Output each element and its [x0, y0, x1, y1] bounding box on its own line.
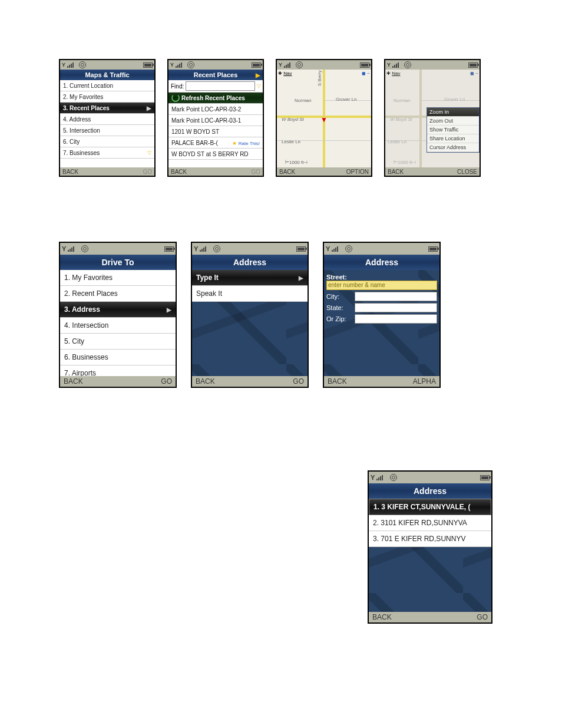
results-list: 1. 3 KIFER CT,SUNNYVALE, ( 2. 3101 KIFER…: [369, 499, 491, 612]
softkey-go[interactable]: GO: [143, 169, 152, 175]
menu-item-my-favorites[interactable]: 1. My Favorites: [60, 270, 176, 286]
status-bar: Y: [168, 60, 263, 70]
ctx-zoom-out[interactable]: Zoom Out: [427, 117, 479, 126]
battery-icon: [360, 62, 369, 68]
gear-icon: [390, 474, 397, 481]
softkey-back[interactable]: BACK: [171, 169, 187, 175]
rate-this-link[interactable]: Rate This!: [239, 141, 260, 146]
state-input[interactable]: [355, 303, 437, 312]
status-bar: Y: [60, 60, 154, 70]
softkey-back[interactable]: BACK: [388, 169, 404, 175]
softkey-bar: BACK ALPHA: [324, 376, 439, 387]
result-item[interactable]: 3. 701 E KIFER RD,SUNNYV: [369, 531, 491, 547]
phone-map-view: Y ✚ Nav ◼ − Norman Grover Ln S Berry Rd …: [276, 59, 372, 177]
softkey-back[interactable]: BACK: [196, 377, 215, 386]
map-label-boyd: W Boyd St: [282, 117, 304, 122]
softkey-alpha[interactable]: ALPHA: [413, 377, 436, 386]
status-bar: Y: [369, 472, 491, 483]
map-label-boyd: W Boyd St: [390, 117, 412, 122]
softkey-bar: BACK OPTION: [277, 167, 371, 176]
battery-icon: [296, 246, 306, 252]
screen-title: Maps & Traffic: [60, 70, 154, 80]
nav-mode-label[interactable]: ✚ Nav: [278, 71, 292, 78]
menu-item-intersection[interactable]: 4. Intersection: [60, 318, 176, 334]
softkey-back[interactable]: BACK: [279, 169, 295, 175]
city-label: City:: [326, 293, 352, 300]
menu-item-airports[interactable]: 7. Airports: [60, 365, 176, 376]
softkey-bar: BACK GO: [60, 167, 154, 176]
map-canvas[interactable]: ✚ Nav ◼ − Norman Grover Ln S Berry Rd W …: [277, 70, 371, 167]
menu-item-recent-places[interactable]: 2. Recent Places: [60, 286, 176, 302]
ctx-zoom-in[interactable]: Zoom In: [427, 108, 479, 117]
city-input[interactable]: [355, 292, 437, 301]
find-input[interactable]: [186, 81, 255, 91]
street-input[interactable]: enter number & name: [326, 281, 437, 290]
recent-item[interactable]: W BOYD ST at S BERRY RD: [168, 149, 263, 160]
map-canvas[interactable]: ✚ Nav ◼ − Norman Grover Ln W Boyd St Les…: [385, 70, 480, 167]
street-label: Street:: [326, 274, 437, 281]
more-below-icon: ▽: [147, 150, 151, 156]
battery-icon: [428, 246, 438, 252]
menu-item-speak-it[interactable]: Speak It: [192, 286, 308, 302]
screen-title: Drive To: [60, 255, 176, 270]
battery-icon: [164, 246, 174, 252]
menu-item-my-favorites[interactable]: 2. My Favorites: [60, 91, 154, 103]
result-item[interactable]: 2. 3101 KIFER RD,SUNNYVA: [369, 515, 491, 531]
chevron-right-icon: ▶: [299, 275, 303, 281]
softkey-bar: BACK GO: [369, 612, 491, 622]
phone-map-context: Y ✚ Nav ◼ − Norman Grover Ln W Boyd St L…: [384, 59, 481, 177]
screen-title: Address: [192, 255, 308, 270]
result-item[interactable]: 1. 3 KIFER CT,SUNNYVALE, (: [369, 499, 491, 515]
zoom-controls[interactable]: ◼ −: [470, 71, 478, 78]
softkey-option[interactable]: OPTION: [346, 169, 369, 175]
menu-item-city[interactable]: 6. City: [60, 136, 154, 147]
softkey-close[interactable]: CLOSE: [457, 169, 477, 175]
softkey-go[interactable]: GO: [251, 169, 260, 175]
zip-input[interactable]: [355, 314, 437, 324]
gear-icon: [213, 245, 220, 252]
state-label: State:: [326, 304, 352, 311]
phone-address-results: Y Address 1. 3 KIFER CT,SUNNYVALE, ( 2. …: [368, 470, 492, 624]
refresh-recent-places[interactable]: Refresh Recent Places: [168, 93, 263, 104]
map-label-grover: Grover Ln: [336, 97, 357, 102]
recent-item-palace[interactable]: PALACE BAR-B-(★ Rate This!: [168, 137, 263, 149]
zoom-controls[interactable]: ◼ −: [362, 71, 370, 78]
softkey-back[interactable]: BACK: [62, 169, 78, 175]
softkey-go[interactable]: GO: [477, 613, 488, 621]
ctx-share-location[interactable]: Share Location: [427, 134, 479, 143]
menu-item-address[interactable]: 4. Address: [60, 114, 154, 125]
menu-list: 1. My Favorites 2. Recent Places 3. Addr…: [60, 270, 176, 376]
softkey-bar: BACK CLOSE: [385, 167, 480, 176]
menu-item-recent-places[interactable]: 3. Recent Places▶: [60, 103, 154, 114]
status-bar: Y: [192, 243, 308, 255]
menu-item-city[interactable]: 5. City: [60, 334, 176, 350]
softkey-go[interactable]: GO: [293, 377, 304, 386]
recent-item[interactable]: Mark Point LOC-APR-03-1: [168, 115, 263, 126]
map-scale: ⊢1000 ft⊣: [394, 160, 416, 165]
map-pin-icon: [320, 116, 326, 124]
status-bar: Y: [277, 60, 371, 70]
softkey-back[interactable]: BACK: [328, 377, 347, 386]
menu-item-current-location[interactable]: 1. Current Location: [60, 80, 154, 91]
map-label-norman: Norman: [295, 98, 311, 103]
nav-mode-label[interactable]: ✚ Nav: [386, 71, 400, 78]
chevron-right-icon: ▶: [167, 307, 171, 313]
zip-label: Or Zip:: [326, 315, 352, 322]
phone-address-form: Y Address Street: enter number & name Ci…: [323, 242, 441, 388]
map-label-berry: S Berry Rd: [317, 70, 322, 86]
recent-item[interactable]: 1201 W BOYD ST: [168, 126, 263, 137]
menu-item-address[interactable]: 3. Address▶: [60, 302, 176, 318]
softkey-back[interactable]: BACK: [372, 613, 392, 621]
recent-item[interactable]: Mark Point LOC-APR-03-2: [168, 104, 263, 115]
ctx-show-traffic[interactable]: Show Traffic: [427, 126, 479, 134]
softkey-go[interactable]: GO: [161, 377, 172, 386]
ctx-cursor-address[interactable]: Cursor Address: [427, 143, 479, 152]
dropdown-icon[interactable]: ▽: [257, 83, 261, 89]
screen-title: Address: [369, 483, 491, 499]
menu-item-businesses[interactable]: 7. Businesses▽: [60, 147, 154, 159]
menu-item-businesses[interactable]: 6. Businesses: [60, 350, 176, 365]
softkey-back[interactable]: BACK: [64, 377, 83, 386]
menu-item-intersection[interactable]: 5. Intersection: [60, 125, 154, 136]
phone-drive-to: Y Drive To 1. My Favorites 2. Recent Pla…: [59, 242, 177, 388]
menu-item-type-it[interactable]: Type It▶: [192, 270, 308, 286]
